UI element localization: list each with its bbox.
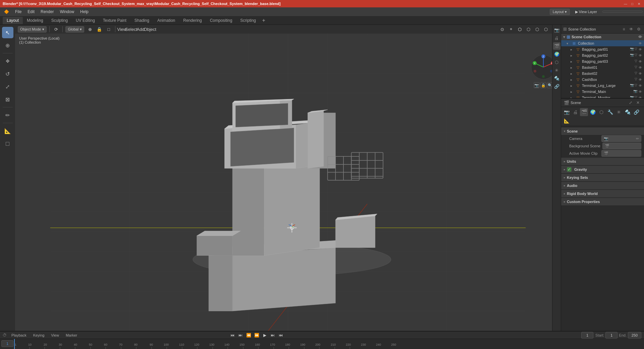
playback-control[interactable]: Playback — [9, 333, 29, 338]
jump-end-btn[interactable]: ⏮ — [277, 332, 284, 338]
movie-clip-value[interactable]: 🎬 — [601, 150, 641, 157]
item-vis-terminal-main[interactable]: 👁 — [638, 89, 643, 94]
outliner-item-terminal-main[interactable]: ▸ ▽ Terminal_Main 📷 👁 — [561, 89, 644, 95]
audio-section-header[interactable]: ▸ Audio — [561, 182, 644, 189]
minimize-button[interactable]: — — [623, 1, 628, 6]
camera-edit-icon[interactable]: ✏ — [636, 137, 639, 141]
view-control[interactable]: View — [49, 333, 61, 338]
viewport-menu-select[interactable]: Select — [127, 26, 135, 33]
menu-window[interactable]: Window — [57, 9, 77, 15]
prop-icon-scene[interactable]: 🎬 — [553, 42, 560, 50]
close-button[interactable]: ✕ — [637, 1, 641, 6]
camera-view-btn[interactable]: 📷 — [534, 82, 540, 88]
scene-search[interactable] — [602, 11, 643, 13]
menu-blender[interactable]: 🔶 — [1, 9, 12, 15]
viewport-icon-2[interactable]: ⊕ — [86, 26, 94, 33]
prop-tab-constraints[interactable]: 🔗 — [632, 108, 640, 116]
gizmo-btn[interactable]: ⌖ — [507, 26, 515, 33]
tab-uv-editing[interactable]: UV Editing — [72, 17, 99, 24]
custom-props-section-header[interactable]: ▸ Custom Properties — [561, 198, 644, 205]
move-tool-button[interactable]: ✥ — [2, 55, 13, 67]
timeline-bar[interactable]: 1 10 20 30 40 50 60 70 80 90 100 110 120… — [0, 339, 644, 349]
annotate-tool-button[interactable]: ✏ — [2, 109, 13, 121]
prop-tab-modifiers[interactable]: 🔧 — [606, 108, 614, 116]
prop-close-btn[interactable]: ✕ — [635, 99, 641, 106]
viewport[interactable]: Object Mode▾ ⟳ Global▾ ⊕ 🔒 □ View Select… — [15, 25, 561, 331]
prop-tab-world[interactable]: 🌍 — [589, 108, 597, 116]
item-vis-collection[interactable]: 👁 — [638, 41, 643, 46]
jump-start-btn[interactable]: ⏮ — [229, 332, 236, 338]
rigid-body-section-header[interactable]: ▸ Rigid Body World — [561, 190, 644, 197]
viewport-icon-1[interactable]: ⟳ — [52, 26, 60, 33]
viewport-canvas[interactable]: X Y Z 📷 🔒 🔍 — [15, 34, 561, 331]
item-vis-basket01[interactable]: 👁 — [638, 65, 643, 70]
menu-help[interactable]: Help — [77, 9, 91, 15]
keying-control[interactable]: Keying — [31, 333, 47, 338]
menu-render[interactable]: Render — [38, 9, 56, 15]
item-vis-bagging03[interactable]: 👁 — [638, 59, 643, 64]
outliner-item-bagging02[interactable]: ▸ ▽ Bagging_part02 📷 ▽ 👁 — [561, 52, 644, 58]
tab-texture-paint[interactable]: Texture Paint — [99, 17, 130, 24]
play-btn[interactable]: ▶ — [261, 332, 268, 338]
prop-tab-output[interactable]: 🖨 — [571, 108, 579, 116]
outliner-filter-btn[interactable]: ≡ — [621, 26, 627, 33]
measure-tool-button[interactable]: 📐 — [2, 125, 13, 137]
prop-tab-particles[interactable]: ✳ — [615, 108, 623, 116]
tab-sculpting[interactable]: Sculpting — [47, 17, 72, 24]
outliner-item-bagging01[interactable]: ▸ ▽ Bagging_part01 📷 ▽ 👁 — [561, 46, 644, 52]
viewport-icon-3b[interactable]: □ — [105, 26, 112, 33]
outliner-item-bagging03[interactable]: ▸ ▽ Bagging_part03 ▽ 👁 — [561, 58, 644, 64]
menu-file[interactable]: File — [12, 9, 24, 15]
current-frame-input[interactable] — [581, 332, 593, 339]
outliner-item-cashbox[interactable]: ▸ ▽ CashBox ▽ 👁 — [561, 77, 644, 83]
prop-tab-render[interactable]: 📷 — [562, 108, 571, 116]
outliner-item-basket01[interactable]: ▸ ▽ Basket01 ▽ 👁 — [561, 64, 644, 70]
transform-tool-button[interactable]: ⊠ — [2, 94, 13, 105]
gravity-section-header[interactable]: ▸ ✓ Gravity — [561, 166, 644, 173]
viewport-shade-3[interactable]: ⬡ — [533, 26, 541, 33]
outliner-item-collection[interactable]: ▾ ⊞ Collection 👁 — [561, 40, 644, 46]
global-selector[interactable]: Global▾ — [65, 26, 84, 33]
tab-animation[interactable]: Animation — [153, 17, 179, 24]
marker-control[interactable]: Marker — [64, 333, 79, 338]
prop-expand-btn[interactable]: ⤢ — [627, 99, 634, 106]
viewport-shade-1[interactable]: ⬡ — [516, 26, 523, 33]
outliner-settings-icon[interactable]: ⚙ — [635, 26, 642, 33]
outliner-item-terminal-monitor[interactable]: ▸ ▽ Terminal_Monitor 📷 ▽ 👁 — [561, 95, 644, 99]
prop-tab-object[interactable]: ⬡ — [597, 108, 605, 116]
prop-tab-physics[interactable]: 🔩 — [624, 108, 632, 116]
item-vis-terminal-leg[interactable]: 👁 — [638, 83, 643, 88]
prop-icon-constraints[interactable]: 🔗 — [553, 83, 560, 90]
camera-field-value[interactable]: 📷 ✏ — [601, 135, 641, 142]
outliner-item-basket02[interactable]: ▸ ▽ Basket02 ▽ 👁 — [561, 70, 644, 77]
end-frame-input[interactable] — [628, 332, 641, 339]
lock-view-btn[interactable]: 🔒 — [540, 82, 546, 88]
viewport-shade-2[interactable]: ⬡ — [525, 26, 532, 33]
prop-icon-physics[interactable]: 🔩 — [553, 74, 560, 82]
keying-sets-section-header[interactable]: ▸ Keying Sets — [561, 174, 644, 181]
play-back-btn2[interactable]: ⏩ — [253, 332, 260, 338]
bg-scene-value[interactable]: 🎬 — [602, 143, 641, 149]
viewport-menu-view[interactable]: View — [118, 26, 125, 33]
item-vis-basket02[interactable]: 👁 — [638, 71, 643, 76]
workspace-dropdown[interactable]: Layout ▾ — [550, 9, 570, 15]
select-tool-button[interactable]: ↖ — [2, 27, 13, 38]
tab-modeling[interactable]: Modeling — [23, 17, 47, 24]
menu-edit[interactable]: Edit — [25, 9, 37, 15]
outliner-item-terminal-leg[interactable]: ▸ ▽ Terminal_Leg_Large 📷 ▽ 👁 — [561, 83, 644, 89]
item-vis-terminal-monitor[interactable]: 👁 — [638, 95, 643, 99]
viewport-shade-4[interactable]: ⬡ — [542, 26, 549, 33]
maximize-button[interactable]: □ — [630, 1, 635, 6]
tab-scripting[interactable]: Scripting — [236, 17, 260, 24]
play-back-btn[interactable]: ⏪ — [245, 332, 252, 338]
tab-compositing[interactable]: Compositing — [206, 17, 236, 24]
prop-icon-render[interactable]: 📷 — [553, 26, 560, 34]
tab-shading[interactable]: Shading — [130, 17, 153, 24]
step-fwd-btn[interactable]: ⏭ — [269, 332, 276, 338]
item-vis-bagging02[interactable]: 👁 — [638, 53, 643, 58]
outliner-eye-icon[interactable]: 👁 — [628, 26, 635, 33]
object-mode-selector[interactable]: Object Mode▾ — [18, 26, 47, 33]
units-section-header[interactable]: ▸ Units — [561, 158, 644, 165]
gravity-checkbox[interactable]: ✓ — [567, 167, 572, 172]
step-back-btn[interactable]: ⏭ — [237, 332, 244, 338]
